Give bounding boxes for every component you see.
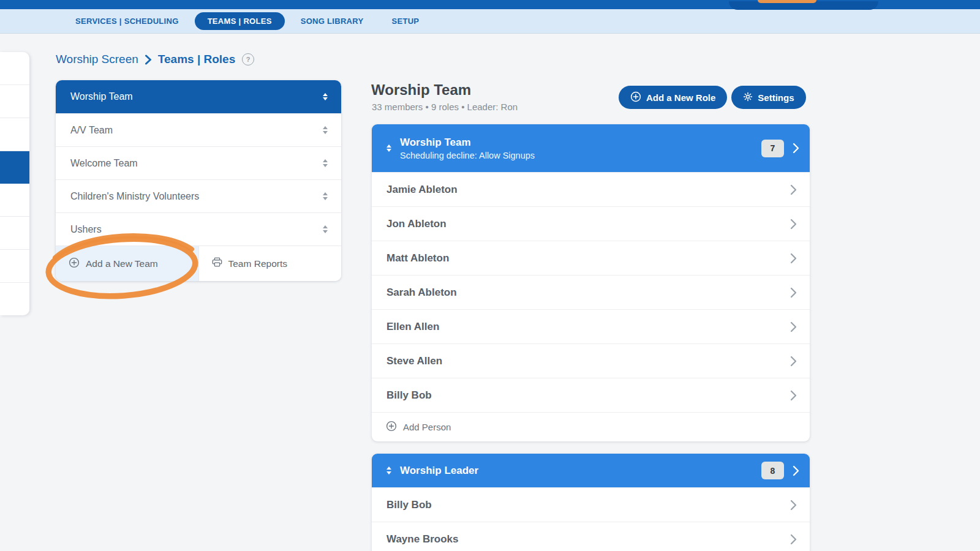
team-row-worship-team[interactable]: Worship Team xyxy=(56,80,341,113)
add-new-role-button[interactable]: Add a New Role xyxy=(619,86,727,109)
add-person-label: Add Person xyxy=(403,422,451,432)
role-name: Worship Team xyxy=(400,137,535,149)
partial-panel-row[interactable] xyxy=(0,85,29,118)
chevron-right-icon[interactable] xyxy=(790,321,797,332)
member-row-matt-ableton[interactable]: Matt Ableton xyxy=(372,241,810,275)
top-app-bar xyxy=(0,0,980,9)
team-row-welcome-team[interactable]: Welcome Team xyxy=(56,146,341,179)
member-row-jon-ableton[interactable]: Jon Ableton xyxy=(372,206,810,241)
breadcrumb-chevron-icon xyxy=(145,54,152,65)
chevron-right-icon[interactable] xyxy=(793,465,799,476)
team-reports-label: Team Reports xyxy=(228,258,287,269)
teams-panel-footer: Add a New Team Team Reports xyxy=(56,246,341,281)
partial-panel-row[interactable] xyxy=(0,52,29,85)
member-name: Billy Bob xyxy=(386,499,432,511)
member-count-badge: 8 xyxy=(761,462,784,479)
team-name: Ushers xyxy=(70,224,102,235)
team-row-ushers[interactable]: Ushers xyxy=(56,212,341,246)
member-name: Steve Allen xyxy=(386,355,442,367)
partial-panel-row[interactable] xyxy=(0,118,29,151)
add-new-team-button[interactable]: Add a New Team xyxy=(56,246,198,281)
sort-handle-icon[interactable] xyxy=(323,159,328,167)
settings-label: Settings xyxy=(758,92,794,103)
role-titles: Worship Leader xyxy=(400,465,478,477)
member-row-ellen-allen[interactable]: Ellen Allen xyxy=(372,309,810,343)
chevron-right-icon[interactable] xyxy=(790,500,797,511)
partial-left-panel xyxy=(0,52,29,315)
role-subtitle: Scheduling decline: Allow Signups xyxy=(400,151,535,160)
member-row-steve-allen[interactable]: Steve Allen xyxy=(372,343,810,378)
sort-handle-icon[interactable] xyxy=(386,144,391,152)
chevron-right-icon[interactable] xyxy=(793,143,799,154)
member-name: Matt Ableton xyxy=(386,252,449,264)
role-header-right: 7 xyxy=(761,140,799,157)
team-detail-title: Worship Team xyxy=(371,81,471,99)
sort-handle-icon[interactable] xyxy=(323,225,328,233)
sort-handle-icon[interactable] xyxy=(386,467,391,474)
printer-icon xyxy=(212,257,222,270)
chevron-right-icon[interactable] xyxy=(790,534,797,545)
breadcrumb-current: Teams | Roles xyxy=(158,53,235,66)
nav-tabs: SERVICES | SCHEDULINGTEAMS | ROLESSONG L… xyxy=(75,12,435,30)
orange-button-peek[interactable] xyxy=(758,0,816,3)
member-name: Ellen Allen xyxy=(386,321,439,333)
member-row-billy-bob[interactable]: Billy Bob xyxy=(372,378,810,412)
breadcrumb-parent[interactable]: Worship Screen xyxy=(56,53,138,66)
member-name: Billy Bob xyxy=(386,389,432,402)
main-nav: SERVICES | SCHEDULINGTEAMS | ROLESSONG L… xyxy=(0,9,980,34)
member-row-billy-bob[interactable]: Billy Bob xyxy=(372,487,810,522)
tab-teams-roles[interactable]: TEAMS | ROLES xyxy=(195,12,285,30)
member-row-wayne-brooks[interactable]: Wayne Brooks xyxy=(372,522,810,551)
tab-services-scheduling[interactable]: SERVICES | SCHEDULING xyxy=(75,17,179,26)
role-header-worship-leader[interactable]: Worship Leader8 xyxy=(372,454,810,487)
gear-icon xyxy=(743,92,753,103)
add-new-role-label: Add a New Role xyxy=(646,92,715,103)
role-name: Worship Leader xyxy=(400,465,478,477)
sort-handle-icon[interactable] xyxy=(323,192,328,200)
member-row-sarah-ableton[interactable]: Sarah Ableton xyxy=(372,275,810,309)
partial-panel-row[interactable] xyxy=(0,151,29,184)
tab-song-library[interactable]: SONG LIBRARY xyxy=(301,17,364,26)
partial-panel-row[interactable] xyxy=(0,250,29,283)
team-name: Welcome Team xyxy=(70,158,138,169)
sort-handle-icon[interactable] xyxy=(323,93,328,101)
team-name: A/V Team xyxy=(70,125,113,136)
teams-panel: Worship TeamA/V TeamWelcome TeamChildren… xyxy=(56,80,341,281)
team-name: Worship Team xyxy=(70,91,133,102)
partial-panel-row[interactable] xyxy=(0,217,29,250)
breadcrumb: Worship Screen Teams | Roles ? xyxy=(56,53,254,66)
member-name: Sarah Ableton xyxy=(386,287,457,299)
add-new-team-label: Add a New Team xyxy=(86,258,158,269)
add-person-button[interactable]: Add Person xyxy=(372,412,810,441)
tab-setup[interactable]: SETUP xyxy=(391,17,419,26)
help-icon[interactable]: ? xyxy=(242,53,254,66)
team-row-children-s-ministry-volunteers[interactable]: Children's Ministry Volunteers xyxy=(56,179,341,212)
settings-button[interactable]: Settings xyxy=(731,86,805,109)
chevron-right-icon[interactable] xyxy=(790,253,797,264)
chevron-right-icon[interactable] xyxy=(790,219,797,230)
role-cards: Worship TeamScheduling decline: Allow Si… xyxy=(372,124,810,551)
team-reports-button[interactable]: Team Reports xyxy=(198,246,342,281)
role-header-worship-team[interactable]: Worship TeamScheduling decline: Allow Si… xyxy=(372,124,810,172)
partial-panel-row[interactable] xyxy=(0,184,29,217)
member-count-badge: 7 xyxy=(761,140,784,157)
teams-list: Worship TeamA/V TeamWelcome TeamChildren… xyxy=(56,80,341,246)
member-name: Wayne Brooks xyxy=(386,533,458,545)
team-detail-summary: 33 members • 9 roles • Leader: Ron xyxy=(372,102,518,112)
team-row-a-v-team[interactable]: A/V Team xyxy=(56,113,341,146)
member-name: Jon Ableton xyxy=(386,218,447,230)
chevron-right-icon[interactable] xyxy=(790,356,797,367)
plus-circle-icon xyxy=(630,91,641,104)
sort-handle-icon[interactable] xyxy=(323,126,328,134)
role-card-worship-leader: Worship Leader8Billy BobWayne Brooks xyxy=(372,454,810,551)
role-titles: Worship TeamScheduling decline: Allow Si… xyxy=(400,137,535,160)
role-header-right: 8 xyxy=(761,462,799,479)
plus-circle-icon xyxy=(69,257,80,271)
partial-panel-row[interactable] xyxy=(0,283,29,315)
member-name: Jamie Ableton xyxy=(386,184,458,196)
member-row-jamie-ableton[interactable]: Jamie Ableton xyxy=(372,172,810,206)
chevron-right-icon[interactable] xyxy=(790,287,797,298)
team-detail-buttons: Add a New Role Settings xyxy=(619,86,806,109)
chevron-right-icon[interactable] xyxy=(790,390,797,401)
chevron-right-icon[interactable] xyxy=(790,184,797,195)
